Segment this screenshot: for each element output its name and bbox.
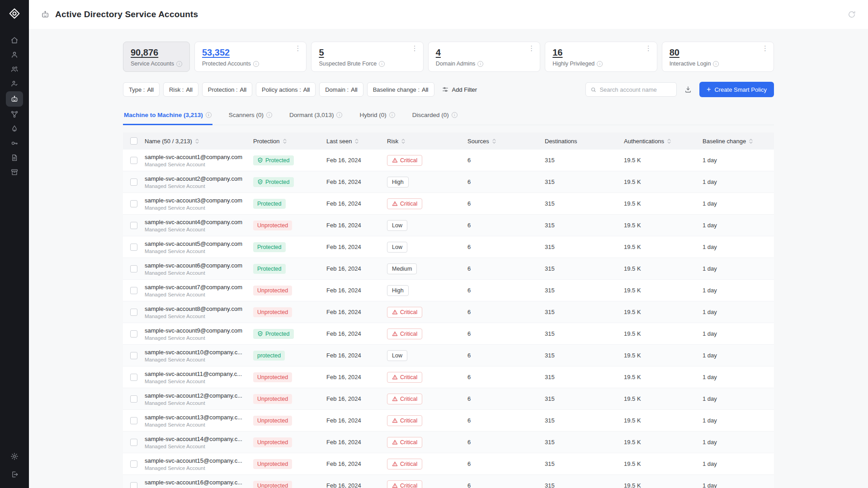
column-header[interactable]: Risk [387,138,467,145]
app-logo[interactable] [7,6,22,21]
sort-icon[interactable] [195,138,199,144]
filter-chip[interactable]: Policy actions : All [256,82,316,97]
column-header[interactable]: Authentications [624,138,703,145]
row-checkbox[interactable] [130,287,137,294]
row-checkbox[interactable] [130,417,137,424]
info-icon[interactable] [336,112,342,118]
account-name[interactable]: sample-svc-account8@company.com [145,305,244,312]
stat-value[interactable]: 90,876 [131,47,158,58]
sort-icon[interactable] [354,138,359,144]
nav-logout[interactable] [6,468,23,481]
stat-value[interactable]: 5 [319,47,324,58]
info-icon[interactable] [477,61,483,67]
search-input[interactable] [599,86,672,93]
stat-value[interactable]: 4 [436,47,441,58]
info-icon[interactable] [176,61,182,67]
kebab-menu-icon[interactable]: ⋮ [294,45,301,52]
account-name[interactable]: sample-svc-account16@company.c... [145,479,244,486]
filter-chip[interactable]: Type : All [123,82,160,97]
account-name[interactable]: sample-svc-account14@company.c... [145,436,244,442]
account-name[interactable]: sample-svc-account11@company.c... [145,371,244,377]
row-checkbox[interactable] [130,482,137,488]
sort-icon[interactable] [401,138,406,144]
nav-identity-providers[interactable] [6,62,23,76]
stat-card[interactable]: ⋮ 90,876 Service Accounts [123,42,190,72]
tab[interactable]: Scanners (0) [228,107,273,125]
table-row[interactable]: sample-svc-account14@company.c... Manage… [123,432,774,453]
stat-card[interactable]: ⋮ 16 Highly Privileged [545,42,657,72]
table-row[interactable]: sample-svc-account12@company.c... Manage… [123,388,774,410]
row-checkbox[interactable] [130,330,137,338]
row-checkbox[interactable] [130,352,137,359]
column-header[interactable]: Protection [253,138,326,145]
account-name[interactable]: sample-svc-account9@company.com [145,327,244,334]
row-checkbox[interactable] [130,178,137,186]
nav-access-keys[interactable] [6,136,23,150]
table-row[interactable]: sample-svc-account3@company.com Managed … [123,193,774,215]
row-checkbox[interactable] [130,395,137,403]
table-row[interactable]: sample-svc-account7@company.com Managed … [123,280,774,301]
row-checkbox[interactable] [130,222,137,229]
export-download-icon[interactable] [684,85,692,94]
table-row[interactable]: sample-svc-account5@company.com Managed … [123,236,774,258]
row-checkbox[interactable] [130,157,137,164]
tab[interactable]: Machine to Machine (3,213) [123,107,212,125]
row-checkbox[interactable] [130,200,137,207]
tab[interactable]: Dormant (3,013) [288,107,343,125]
stat-card[interactable]: ⋮ 5 Suspected Brute Force [311,42,423,72]
refresh-icon[interactable] [847,10,856,19]
nav-service-accounts[interactable] [6,91,23,107]
column-header[interactable]: Last seen [326,138,387,145]
tab[interactable]: Hybrid (0) [359,107,396,125]
info-icon[interactable] [452,112,458,118]
account-name[interactable]: sample-svc-account2@company.com [145,175,244,182]
table-row[interactable]: sample-svc-account15@company.c... Manage… [123,453,774,475]
filter-chip[interactable]: Protection : All [202,82,252,97]
info-icon[interactable] [266,112,272,118]
account-name[interactable]: sample-svc-account6@company.com [145,262,244,269]
stat-card[interactable]: ⋮ 4 Domain Admins [428,42,540,72]
nav-insights[interactable] [6,122,23,136]
kebab-menu-icon[interactable]: ⋮ [762,45,769,52]
table-row[interactable]: sample-svc-account1@company.com Managed … [123,150,774,171]
info-icon[interactable] [597,61,603,67]
create-smart-policy-button[interactable]: + Create Smart Policy [699,82,774,97]
info-icon[interactable] [389,112,395,118]
tab[interactable]: Discarded (0) [411,107,458,125]
info-icon[interactable] [713,61,719,67]
account-name[interactable]: sample-svc-account12@company.c... [145,392,244,399]
info-icon[interactable] [379,61,385,67]
table-row[interactable]: sample-svc-account2@company.com Managed … [123,171,774,193]
select-all-checkbox[interactable] [130,137,137,145]
kebab-menu-icon[interactable]: ⋮ [645,45,652,52]
account-name[interactable]: sample-svc-account10@company.c... [145,349,244,356]
table-row[interactable]: sample-svc-account16@company.c... Manage… [123,475,774,488]
table-row[interactable]: sample-svc-account11@company.c... Manage… [123,366,774,388]
row-checkbox[interactable] [130,439,137,446]
sort-icon[interactable] [492,138,496,144]
sort-icon[interactable] [667,138,671,144]
table-row[interactable]: sample-svc-account13@company.c... Manage… [123,410,774,432]
column-header[interactable]: Destinations [545,138,624,145]
kebab-menu-icon[interactable]: ⋮ [528,45,535,52]
info-icon[interactable] [253,61,259,67]
table-row[interactable]: sample-svc-account10@company.c... Manage… [123,345,774,366]
table-row[interactable]: sample-svc-account6@company.com Managed … [123,258,774,280]
column-header[interactable]: Sources [467,138,545,145]
column-header[interactable]: Baseline change [703,138,774,145]
nav-home[interactable] [6,33,23,47]
stat-card[interactable]: ⋮ 80 Interactive Login [662,42,774,72]
nav-inventory[interactable] [6,165,23,179]
add-filter-button[interactable]: Add Filter [442,86,477,93]
row-checkbox[interactable] [130,460,137,468]
table-row[interactable]: sample-svc-account9@company.com Managed … [123,323,774,345]
row-checkbox[interactable] [130,309,137,316]
stat-value[interactable]: 16 [552,47,562,58]
column-header[interactable]: Name (50 / 3,213) [145,138,253,145]
filter-chip[interactable]: Domain : All [319,82,363,97]
stat-value[interactable]: 53,352 [202,47,230,58]
account-name[interactable]: sample-svc-account5@company.com [145,240,244,247]
account-name[interactable]: sample-svc-account3@company.com [145,197,244,204]
table-row[interactable]: sample-svc-account8@company.com Managed … [123,301,774,323]
filter-chip[interactable]: Baseline change : All [367,82,434,97]
